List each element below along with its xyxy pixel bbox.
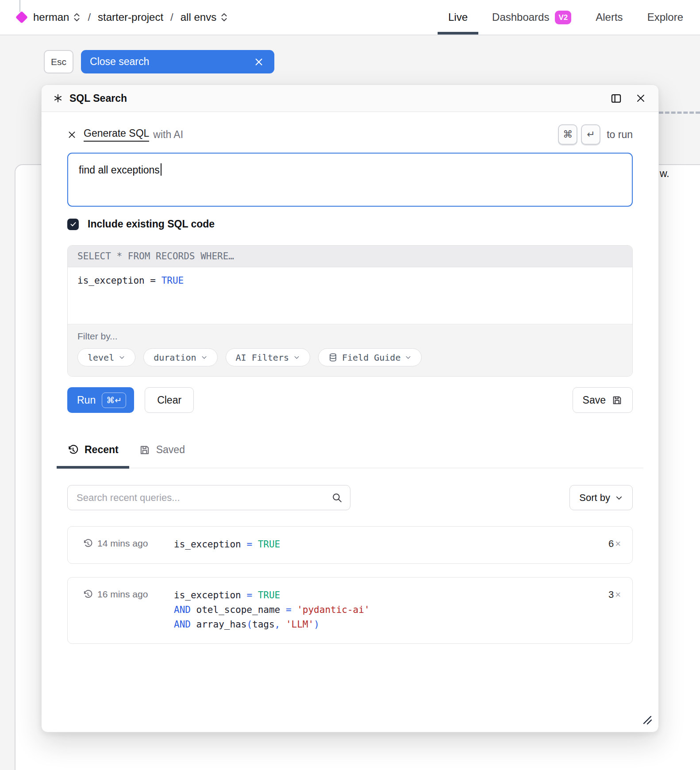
tab-recent-label: Recent <box>85 444 119 456</box>
query-time: 16 mins ago <box>97 589 148 600</box>
search-recent-input[interactable] <box>67 485 350 510</box>
dismiss-ai-button[interactable] <box>67 130 77 139</box>
clear-button[interactable]: Clear <box>145 387 194 413</box>
query-time: 14 mins ago <box>97 538 148 549</box>
breadcrumb-separator: / <box>170 11 173 23</box>
database-icon <box>328 353 338 362</box>
include-sql-checkbox[interactable] <box>67 219 79 230</box>
modal-header: SQL Search <box>42 85 658 112</box>
filter-pill-level[interactable]: level <box>77 348 135 366</box>
sparkle-asterisk-icon <box>53 93 63 103</box>
cmd-key-icon: ⌘ <box>558 124 577 145</box>
ai-prompt-value: find all exceptions <box>79 164 160 176</box>
sort-by-button[interactable]: Sort by <box>569 485 633 510</box>
env-name: all envs <box>181 11 216 23</box>
dock-panel-button[interactable] <box>610 92 622 104</box>
save-label: Save <box>583 394 606 406</box>
actions-row: Run ⌘↵ Clear Save <box>67 387 633 413</box>
project-name: starter-project <box>98 11 163 23</box>
query-meta: 14 mins ago <box>83 538 174 549</box>
save-floppy-icon <box>612 395 623 406</box>
filter-by-label: Filter by... <box>77 331 623 342</box>
chevron-down-icon <box>405 354 412 361</box>
pill-label: level <box>88 352 114 363</box>
filter-pill-field-guide[interactable]: Field Guide <box>318 348 422 366</box>
checkmark-icon <box>70 221 77 227</box>
run-label: Run <box>77 394 96 406</box>
modal-title-text: SQL Search <box>69 92 127 104</box>
background-dashed-line <box>659 112 700 114</box>
nav-tabs: Live Dashboards V2 Alerts Explore <box>448 0 683 35</box>
history-clock-icon <box>83 539 93 549</box>
nav-tab-explore[interactable]: Explore <box>647 0 683 35</box>
tab-recent[interactable]: Recent <box>67 444 119 468</box>
close-icon <box>254 57 264 67</box>
filter-pills: level duration AI Filters <box>77 348 623 366</box>
include-sql-row: Include existing SQL code <box>67 218 633 230</box>
query-code: is_exception = TRUE <box>174 537 608 552</box>
close-search-label: Close search <box>90 56 149 68</box>
env-selector[interactable]: all envs <box>181 11 228 23</box>
query-list-toolbar: Sort by <box>67 485 633 510</box>
enter-key-icon: ↵ <box>581 124 600 145</box>
close-icon <box>635 93 646 104</box>
filter-pill-ai-filters[interactable]: AI Filters <box>226 348 310 366</box>
pill-label: duration <box>154 352 196 363</box>
chevron-updown-icon <box>73 12 81 23</box>
search-icon <box>331 492 342 503</box>
sort-by-label: Sort by <box>579 492 610 504</box>
modal-header-actions <box>610 92 646 104</box>
filter-pill-duration[interactable]: duration <box>143 348 217 366</box>
resize-handle[interactable] <box>642 715 652 727</box>
chevron-updown-icon <box>220 12 228 23</box>
nav-tab-live[interactable]: Live <box>448 0 468 35</box>
nav-tab-dashboards[interactable]: Dashboards V2 <box>492 0 571 35</box>
chevron-down-icon <box>615 494 623 502</box>
history-clock-icon <box>67 444 79 456</box>
app-root: w. herman / starter-project / all envs L… <box>0 0 700 770</box>
breadcrumb: herman / starter-project / all envs <box>33 11 228 23</box>
history-clock-icon <box>83 589 93 600</box>
close-search-bar: Esc Close search <box>44 50 274 73</box>
query-run-count: 3 × <box>608 589 621 601</box>
project-link[interactable]: starter-project <box>98 11 163 23</box>
generate-sql-link[interactable]: Generate SQL <box>84 127 149 142</box>
nav-tab-alerts[interactable]: Alerts <box>596 0 623 35</box>
modal-body: Generate SQL with AI ⌘ ↵ to run find all… <box>42 112 658 732</box>
modal-title: SQL Search <box>53 92 127 104</box>
count-number: 6 <box>608 538 614 550</box>
count-number: 3 <box>608 589 614 601</box>
query-list-tabs: Recent Saved <box>57 444 643 468</box>
run-hint-text: to run <box>607 129 633 141</box>
save-button[interactable]: Save <box>573 387 633 413</box>
sql-editor-code[interactable]: is_exception = TRUE <box>68 267 632 324</box>
recent-query-row[interactable]: 16 mins ago is_exception = TRUEAND otel_… <box>67 577 633 644</box>
org-name: herman <box>33 11 69 23</box>
panel-layout-icon <box>610 92 622 104</box>
filter-section: Filter by... level duration AI Filters <box>68 324 632 376</box>
run-button[interactable]: Run ⌘↵ <box>67 387 134 413</box>
tab-saved[interactable]: Saved <box>139 444 185 468</box>
clear-label: Clear <box>157 394 181 406</box>
sql-search-modal: SQL Search <box>41 85 659 732</box>
include-sql-label[interactable]: Include existing SQL code <box>88 218 215 230</box>
v2-badge: V2 <box>555 11 571 24</box>
top-nav: herman / starter-project / all envs Live… <box>0 0 700 35</box>
close-search-button[interactable]: Close search <box>81 50 274 73</box>
generate-sql-row: Generate SQL with AI ⌘ ↵ to run <box>67 124 633 145</box>
sql-editor-header: SELECT * FROM RECORDS WHERE… <box>68 246 632 267</box>
ai-prompt-input[interactable]: find all exceptions <box>67 153 633 207</box>
save-floppy-icon <box>139 444 150 456</box>
logfire-logo-icon[interactable] <box>15 11 28 23</box>
org-selector[interactable]: herman <box>33 11 81 23</box>
tab-saved-label: Saved <box>156 444 185 456</box>
modal-close-button[interactable] <box>635 93 646 104</box>
nav-tab-label: Live <box>448 11 468 23</box>
query-meta: 16 mins ago <box>83 589 174 600</box>
background-partial-text: w. <box>660 168 669 180</box>
close-icon <box>67 130 77 139</box>
run-hint: ⌘ ↵ to run <box>558 124 633 145</box>
generate-sql-suffix: with AI <box>153 129 183 141</box>
nav-tab-label: Alerts <box>596 11 623 23</box>
recent-query-row[interactable]: 14 mins ago is_exception = TRUE 6 × <box>67 526 633 564</box>
